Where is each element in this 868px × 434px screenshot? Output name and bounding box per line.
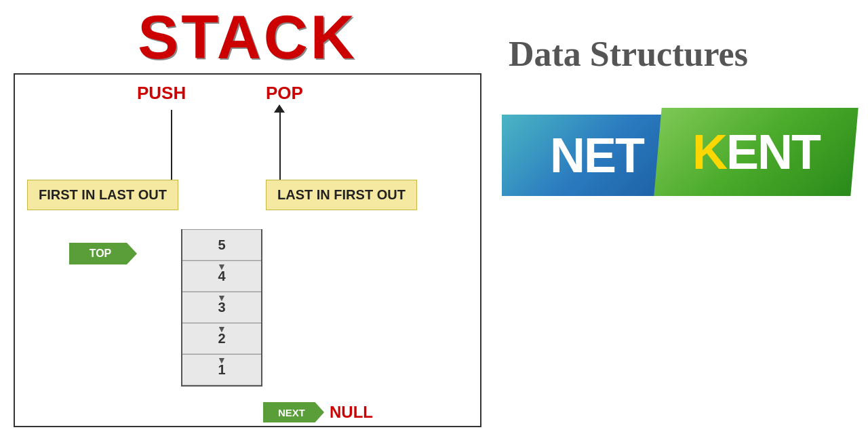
lifo-badge: LAST IN FIRST OUT [266, 180, 417, 210]
diagram-box: PUSH POP FIRST IN LAST OUT LAST IN FIRST… [14, 73, 481, 427]
next-arrow-label: NEXT [263, 402, 324, 422]
stack-cell-5: 5 [182, 229, 261, 260]
top-arrow: TOP [69, 243, 137, 264]
null-label: NULL [330, 403, 373, 422]
logo-ent-text: ENT [726, 125, 820, 179]
filo-badge: FIRST IN LAST OUT [27, 180, 178, 210]
logo-net-text: NET [550, 127, 644, 183]
next-arrow-container: NEXT NULL [263, 402, 373, 422]
left-panel: STACK PUSH POP FIRST IN LAST OUT LAST IN… [0, 0, 495, 434]
logo-kent-block: KENT [654, 108, 858, 196]
netkent-logo: NET KENT [502, 108, 854, 203]
logo-k-letter: K [692, 125, 726, 179]
logo-kent-text: KENT [692, 124, 820, 180]
pop-label: POP [266, 83, 303, 104]
pop-arrow-head [274, 104, 285, 113]
stack-container: 5 4 3 2 1 [181, 229, 262, 387]
top-arrow-label: TOP [69, 243, 137, 264]
data-structures-title: Data Structures [509, 34, 748, 74]
main-title: STACK [138, 7, 357, 68]
pop-arrow-line [279, 110, 281, 191]
top-arrow-container: TOP [69, 243, 137, 264]
push-arrow-line [171, 110, 172, 191]
right-panel: Data Structures NET KENT [495, 0, 868, 434]
push-label: PUSH [137, 83, 186, 104]
